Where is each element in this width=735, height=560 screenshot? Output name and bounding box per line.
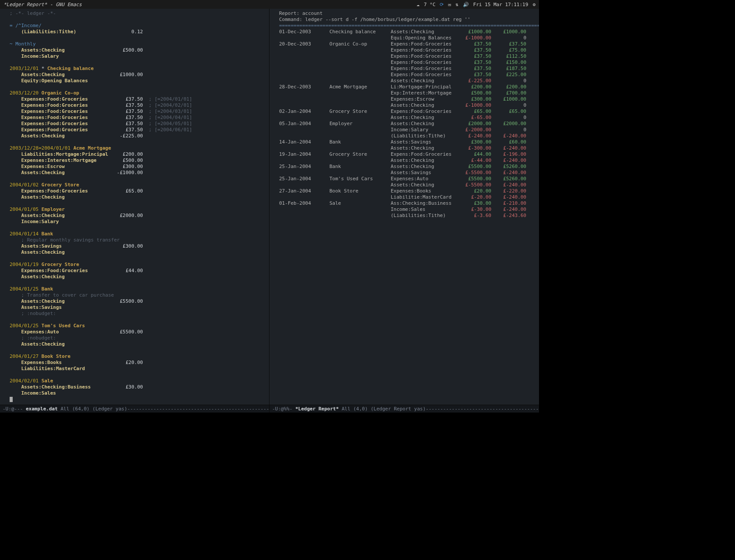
modeline-pos: All (4,0) (Ledger Report yas) xyxy=(342,406,426,412)
report-row: Expens:Food:Groceries£37.50£150.00 xyxy=(279,60,536,66)
left-modeline: -U:@--- example.dat All (64,0) (Ledger y… xyxy=(0,405,269,413)
report-row: 01-Dec-2003Checking balanceAssets:Checki… xyxy=(279,29,536,35)
report-row: Assets:Checking£-225.000 xyxy=(279,78,536,84)
report-row: Expens:Food:Groceries£37.50£225.00 xyxy=(279,72,536,78)
report-row: Exp:Interest:Mortgage£500.00£700.00 xyxy=(279,90,536,96)
weather-icon: ☁ xyxy=(416,2,420,7)
report-row: Assets:Checking£-1000.000 xyxy=(279,102,536,108)
settings-icon[interactable]: ⚙ xyxy=(532,2,536,7)
report-row: Equi:Opening Balances£-1000.000 xyxy=(279,35,536,41)
report-row: 05-Jan-2004EmployerAssets:Checking£2000.… xyxy=(279,121,536,127)
buffer-name: example.dat xyxy=(26,406,58,412)
refresh-icon[interactable]: ⟳ xyxy=(440,2,444,7)
report-row: Assets:Savings£-5500.00£-240.00 xyxy=(279,170,536,176)
workspace: ; -*- ledger -*- = /^Income/ (Liabilitie… xyxy=(0,9,539,413)
report-row: 25-Jan-2004BankAssets:Checking£5500.00£5… xyxy=(279,164,536,170)
network-icon[interactable]: ⇅ xyxy=(455,2,458,7)
titlebar: *Ledger Report* - GNU Emacs ☁ 7 °C ⟳ ✉ ⇅… xyxy=(0,0,539,9)
report-row: Expens:Food:Groceries£37.50£75.00 xyxy=(279,47,536,53)
report-row: 02-Jan-2004Grocery StoreExpens:Food:Groc… xyxy=(279,108,536,115)
report-row: 25-Jan-2004Tom's Used CarsExpenses:Auto£… xyxy=(279,176,536,182)
clock-text: Fri 15 Mar 17:11:19 xyxy=(473,2,528,7)
report-row: Expens:Food:Groceries£37.50£112.50 xyxy=(279,53,536,60)
report-row: Assets:Checking£-65.000 xyxy=(279,115,536,121)
report-row: 28-Dec-2003Acme MortgageLi:Mortgage:Prin… xyxy=(279,84,536,90)
report-row: Assets:Checking£-5500.00£-240.00 xyxy=(279,182,536,188)
report-row: 19-Jan-2004Grocery StoreExpens:Food:Groc… xyxy=(279,151,536,158)
report-row: 20-Dec-2003Organic Co-opExpens:Food:Groc… xyxy=(279,41,536,47)
volume-icon[interactable]: 🔊 xyxy=(463,2,469,7)
report-row: Income:Sales£-30.00£-240.00 xyxy=(279,206,536,213)
left-pane: ; -*- ledger -*- = /^Income/ (Liabilitie… xyxy=(0,9,270,413)
report-row: 14-Jan-2004BankAssets:Savings£300.00£60.… xyxy=(279,139,536,145)
report-row: Liabilitie:MasterCard£-20.00£-240.00 xyxy=(279,194,536,200)
ledger-report-buffer[interactable]: Report: account Command: ledger --sort d… xyxy=(270,9,539,405)
report-row: Expenses:Escrow£300.00£1000.00 xyxy=(279,96,536,102)
ledger-source-buffer[interactable]: ; -*- ledger -*- = /^Income/ (Liabilitie… xyxy=(0,9,269,405)
system-tray: ☁ 7 °C ⟳ ✉ ⇅ 🔊 Fri 15 Mar 17:11:19 ⚙ xyxy=(416,2,536,7)
modeline-status: -U:@--- xyxy=(3,406,26,412)
window-title: *Ledger Report* - GNU Emacs xyxy=(4,2,416,7)
modeline-pos: All (64,0) (Ledger yas) xyxy=(60,406,127,412)
mail-icon[interactable]: ✉ xyxy=(448,2,451,7)
right-pane: Report: account Command: ledger --sort d… xyxy=(270,9,539,413)
right-modeline: -U:@%%- *Ledger Report* All (4,0) (Ledge… xyxy=(270,405,539,413)
modeline-status: -U:@%%- xyxy=(272,406,295,412)
report-row: 27-Jan-2004Book StoreExpenses:Books£20.0… xyxy=(279,188,536,194)
weather-text: 7 °C xyxy=(424,2,436,7)
report-row: Assets:Checking£-300.00£-240.00 xyxy=(279,145,536,151)
text-cursor xyxy=(10,397,13,402)
report-row: (Liabilities:Tithe)£-240.00£-240.00 xyxy=(279,133,536,139)
report-row: 01-Feb-2004SaleAss:Checking:Business£30.… xyxy=(279,200,536,206)
report-row: Expens:Food:Groceries£37.50£187.50 xyxy=(279,66,536,72)
report-row: Assets:Checking£-44.00£-240.00 xyxy=(279,158,536,164)
report-row: Income:Salary£-2000.000 xyxy=(279,127,536,133)
buffer-name: *Ledger Report* xyxy=(295,406,339,412)
report-row: (Liabilities:Tithe)£-3.60£-243.60 xyxy=(279,213,536,219)
